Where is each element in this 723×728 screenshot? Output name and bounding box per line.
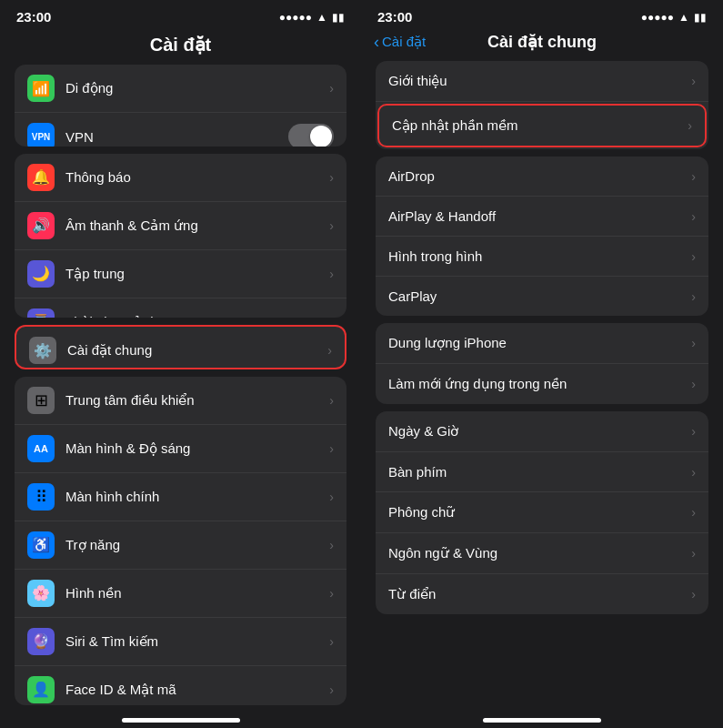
ngay-gio-chevron: › (691, 424, 696, 439)
right-group-2: AirDrop › AirPlay & Handoff › Hình trong… (376, 157, 708, 316)
carplay-label: CarPlay (388, 288, 691, 304)
man-hinh-do-sang-chevron: › (329, 441, 334, 456)
right-settings-list: Giới thiệu › Cập nhật phần mềm › AirDrop… (361, 61, 723, 713)
man-hinh-chinh-icon: ⠿ (27, 483, 55, 511)
dung-luong-chevron: › (691, 336, 696, 350)
am-thanh-icon: 🔊 (27, 212, 55, 239)
tu-dien-chevron: › (691, 587, 696, 602)
right-group-3: Dung lượng iPhone › Làm mới ứng dụng tro… (376, 323, 708, 404)
right-nav: ‹ Cài đặt Cài đặt chung (361, 28, 723, 61)
airplay-label: AirPlay & Handoff (388, 208, 691, 224)
tu-dien-row[interactable]: Từ điển › (376, 574, 708, 614)
trung-tam-row[interactable]: ⊞ Trung tâm điều khiển › (15, 377, 346, 425)
vpn-icon: VPN (27, 123, 55, 147)
battery-icon: ▮▮ (332, 11, 345, 24)
trung-tam-label: Trung tâm điều khiển (65, 392, 329, 409)
tap-trung-chevron: › (329, 267, 334, 281)
hinh-nen-chevron: › (329, 586, 334, 601)
man-hinh-chinh-row[interactable]: ⠿ Màn hình chính › (15, 473, 346, 521)
right-status-bar: 23:00 ●●●●● ▲ ▮▮ (361, 0, 723, 28)
airdrop-chevron: › (691, 169, 696, 184)
right-wifi-icon: ▲ (678, 11, 689, 24)
gioi-thieu-chevron: › (691, 74, 696, 88)
right-home-indicator (483, 718, 601, 723)
carplay-row[interactable]: CarPlay › (376, 277, 708, 316)
airdrop-label: AirDrop (388, 168, 691, 184)
lam-moi-row[interactable]: Làm mới ứng dụng trong nền › (376, 364, 708, 404)
phong-chu-row[interactable]: Phông chữ › (376, 492, 708, 533)
siri-row[interactable]: 🔮 Siri & Tìm kiếm › (15, 618, 346, 666)
tro-nang-row[interactable]: ♿ Trợ năng › (15, 521, 346, 570)
right-battery-icon: ▮▮ (694, 11, 707, 24)
back-button[interactable]: ‹ Cài đặt (374, 33, 426, 52)
hinh-trong-hinh-row[interactable]: Hình trong hình › (376, 237, 708, 277)
thoi-gian-icon: ⏳ (27, 308, 55, 318)
cai-dat-chung-icon: ⚙️ (29, 337, 56, 364)
face-id-label: Face ID & Mật mã (65, 682, 329, 698)
airdrop-row[interactable]: AirDrop › (376, 157, 708, 197)
face-id-icon: 👤 (27, 676, 55, 703)
am-thanh-row[interactable]: 🔊 Âm thanh & Cảm ứng › (15, 202, 346, 250)
left-home-indicator (122, 718, 240, 723)
gioi-thieu-row[interactable]: Giới thiệu › (376, 61, 708, 102)
face-id-row[interactable]: 👤 Face ID & Mật mã › (15, 666, 346, 706)
ban-phim-label: Bàn phím (388, 464, 691, 480)
man-hinh-chinh-chevron: › (329, 490, 334, 504)
siri-chevron: › (329, 634, 334, 649)
tap-trung-icon: 🌙 (27, 260, 55, 288)
thong-bao-icon: 🔔 (27, 164, 55, 191)
ngon-ngu-chevron: › (691, 546, 696, 561)
airplay-row[interactable]: AirPlay & Handoff › (376, 197, 708, 237)
tro-nang-icon: ♿ (27, 531, 55, 559)
left-status-bar: 23:00 ●●●●● ▲ ▮▮ (0, 0, 361, 28)
man-hinh-do-sang-icon: AA (27, 435, 55, 462)
ngon-ngu-label: Ngôn ngữ & Vùng (388, 545, 691, 561)
tap-trung-row[interactable]: 🌙 Tập trung › (15, 250, 346, 298)
thong-bao-chevron: › (329, 170, 334, 185)
airplay-chevron: › (691, 209, 696, 224)
cap-nhat-label: Cập nhật phần mềm (392, 117, 688, 134)
vpn-toggle[interactable] (288, 124, 334, 147)
left-status-icons: ●●●●● ▲ ▮▮ (279, 11, 345, 24)
ngay-gio-row[interactable]: Ngày & Giờ › (376, 411, 708, 452)
man-hinh-do-sang-label: Màn hình & Độ sáng (65, 440, 329, 457)
carplay-chevron: › (691, 289, 696, 304)
right-status-icons: ●●●●● ▲ ▮▮ (641, 11, 707, 24)
di-dong-chevron: › (329, 81, 334, 96)
ngon-ngu-row[interactable]: Ngôn ngữ & Vùng › (376, 533, 708, 574)
thoi-gian-row[interactable]: ⏳ Thời gian sử dụng › (15, 298, 346, 318)
right-group-4: Ngày & Giờ › Bàn phím › Phông chữ › Ngôn… (376, 411, 708, 614)
tu-dien-label: Từ điển (388, 586, 691, 602)
ban-phim-row[interactable]: Bàn phím › (376, 452, 708, 492)
right-screen-title: Cài đặt chung (487, 32, 597, 52)
ban-phim-chevron: › (691, 465, 696, 480)
di-dong-label: Di động (65, 80, 329, 96)
thoi-gian-chevron: › (329, 315, 334, 318)
left-group-2: 🔔 Thông báo › 🔊 Âm thanh & Cảm ứng › 🌙 T… (15, 154, 346, 318)
gioi-thieu-label: Giới thiệu (388, 73, 691, 89)
thong-bao-row[interactable]: 🔔 Thông báo › (15, 154, 346, 202)
face-id-chevron: › (329, 682, 334, 697)
man-hinh-chinh-label: Màn hình chính (65, 489, 329, 504)
hinh-nen-icon: 🌸 (27, 580, 55, 607)
dung-luong-label: Dung lượng iPhone (388, 335, 691, 351)
siri-label: Siri & Tìm kiếm (65, 633, 329, 650)
right-panel: 23:00 ●●●●● ▲ ▮▮ ‹ Cài đặt Cài đặt chung… (361, 0, 723, 728)
left-group-4: ⊞ Trung tâm điều khiển › AA Màn hình & Đ… (15, 377, 346, 706)
cai-dat-chung-row[interactable]: ⚙️ Cài đặt chung › (16, 327, 345, 369)
di-dong-row[interactable]: 📶 Di động › (15, 65, 346, 113)
dung-luong-row[interactable]: Dung lượng iPhone › (376, 323, 708, 364)
cap-nhat-row[interactable]: Cập nhật phần mềm › (377, 104, 707, 147)
left-screen-title: Cài đặt (0, 28, 361, 65)
hinh-trong-hinh-label: Hình trong hình (388, 248, 691, 264)
right-signal-icon: ●●●●● (641, 11, 674, 24)
thoi-gian-label: Thời gian sử dụng (65, 314, 329, 318)
di-dong-icon: 📶 (27, 75, 55, 102)
lam-moi-label: Làm mới ứng dụng trong nền (388, 376, 691, 392)
right-time: 23:00 (377, 9, 412, 25)
hinh-nen-row[interactable]: 🌸 Hình nền › (15, 570, 346, 618)
vpn-label: VPN (65, 129, 288, 145)
vpn-row[interactable]: VPN VPN (15, 113, 346, 147)
man-hinh-do-sang-row[interactable]: AA Màn hình & Độ sáng › (15, 425, 346, 473)
phong-chu-label: Phông chữ (388, 504, 691, 521)
